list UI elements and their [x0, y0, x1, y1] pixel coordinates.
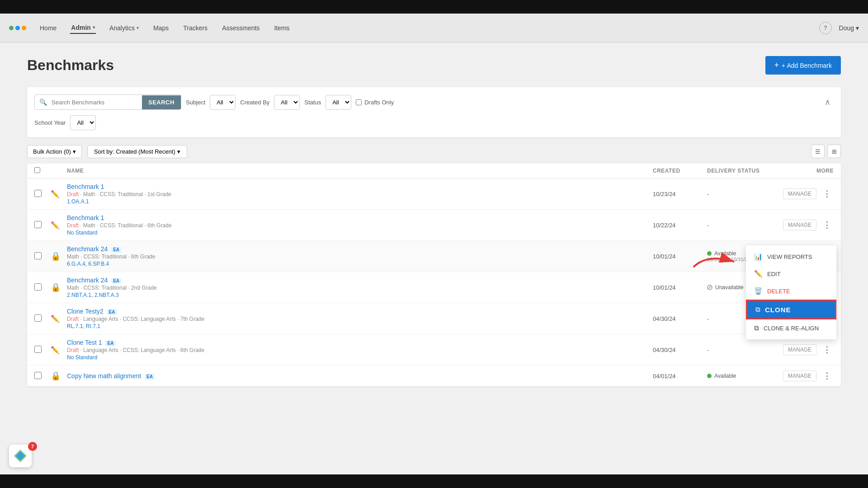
- row-checkbox[interactable]: [34, 372, 42, 379]
- row-checkbox[interactable]: [34, 252, 42, 259]
- logo-stack: 7: [9, 445, 34, 470]
- plus-icon: +: [774, 61, 779, 70]
- benchmark-link[interactable]: Benchmark 24: [67, 277, 108, 284]
- filter-collapse-button[interactable]: ∧: [821, 96, 834, 108]
- grid-view-button[interactable]: ⊞: [827, 145, 841, 158]
- row-checkbox[interactable]: [34, 221, 42, 228]
- table-row: ✏️ Benchmark 1 Draft · Math · CCSS: Trad…: [27, 210, 841, 241]
- more-menu-button[interactable]: ⋮: [820, 188, 834, 200]
- school-year-select[interactable]: All: [70, 115, 96, 130]
- nav-assessments[interactable]: Assessments: [221, 23, 260, 33]
- manage-button[interactable]: MANAGE: [783, 220, 816, 230]
- list-view-button[interactable]: ☰: [811, 145, 825, 158]
- clone-realign-item[interactable]: ⧉ CLONE & RE-ALIGN: [746, 319, 836, 337]
- bulk-action-button[interactable]: Bulk Action (0) ▾: [27, 145, 82, 158]
- page-title: Benchmarks: [27, 57, 114, 74]
- row-icon-lock: 🔒: [51, 282, 67, 292]
- top-bar: [0, 0, 868, 14]
- toolbar: Bulk Action (0) ▾ Sort by: Created (Most…: [27, 145, 841, 158]
- row-icon-edit: ✏️: [51, 221, 67, 230]
- benchmark-link[interactable]: Clone Testy2: [67, 308, 104, 315]
- search-button[interactable]: SEARCH: [142, 95, 181, 109]
- created-by-select[interactable]: All: [274, 95, 300, 110]
- row-created: 10/22/24: [653, 222, 707, 229]
- status-text-available: Available: [714, 373, 736, 379]
- delete-item[interactable]: 🗑️ DELETE: [746, 282, 836, 300]
- row-checkbox[interactable]: [34, 190, 42, 197]
- nav-items[interactable]: Items: [273, 23, 290, 33]
- row-created: 04/30/24: [653, 347, 707, 353]
- subject-select[interactable]: All: [210, 95, 236, 110]
- row-checkbox-wrap: [34, 283, 51, 292]
- view-toggle: ☰ ⊞: [811, 145, 841, 158]
- drafts-only-checkbox[interactable]: [356, 99, 362, 105]
- benchmark-link[interactable]: Benchmark 24: [67, 245, 108, 253]
- chart-icon: 📊: [754, 253, 763, 261]
- status-unavailable-icon: [707, 285, 712, 290]
- nav-admin[interactable]: Admin ▾: [70, 22, 96, 34]
- clone-realign-icon: ⧉: [754, 324, 759, 332]
- manage-button[interactable]: MANAGE: [783, 344, 816, 355]
- sort-button[interactable]: Sort by: Created (Most Recent) ▾: [87, 145, 187, 158]
- clone-item[interactable]: ⧉ CLONE: [746, 300, 836, 319]
- status-dot-available: [707, 374, 712, 378]
- nav-analytics[interactable]: Analytics ▾: [108, 23, 140, 33]
- benchmark-link[interactable]: Copy New math alignment: [67, 372, 141, 380]
- edit-item[interactable]: ✏️ EDIT: [746, 265, 836, 282]
- more-menu-button[interactable]: ⋮: [820, 344, 834, 356]
- row-standard: 2.NBT.A.1, 2.NBT.A.3: [67, 292, 653, 298]
- nav-home[interactable]: Home: [39, 23, 57, 33]
- ea-badge: EA: [145, 374, 155, 380]
- row-name-col: Benchmark 1 Draft · Math · CCSS: Traditi…: [67, 183, 653, 205]
- more-menu-button[interactable]: ⋮: [820, 219, 834, 231]
- row-checkbox[interactable]: [34, 346, 42, 353]
- add-benchmark-button[interactable]: + + Add Benchmark: [765, 56, 841, 75]
- row-icon-edit: ✏️: [51, 314, 67, 323]
- logo-notification-badge: 7: [28, 442, 37, 451]
- row-meta: Draft · Math · CCSS: Traditional · 6th G…: [67, 222, 653, 229]
- view-reports-item[interactable]: 📊 VIEW REPORTS: [746, 248, 836, 265]
- ea-badge: EA: [111, 247, 121, 253]
- drafts-only-checkbox-label[interactable]: Drafts Only: [356, 99, 394, 106]
- table-row: ✏️ Clone Test 1 EA Draft · Language Arts…: [27, 334, 841, 366]
- row-actions: MANAGE ⋮: [797, 344, 834, 356]
- col-created: CREATED: [653, 168, 707, 174]
- nav-maps[interactable]: Maps: [152, 23, 170, 33]
- header-checkbox-col: [34, 167, 51, 174]
- benchmarks-table: NAME CREATED DELIVERY STATUS MORE ✏️ Ben…: [27, 164, 841, 386]
- manage-button[interactable]: MANAGE: [783, 371, 816, 381]
- search-input[interactable]: [52, 95, 142, 109]
- ea-badge: EA: [111, 278, 121, 284]
- ea-badge: EA: [107, 309, 117, 315]
- row-meta: Math · CCSS: Traditional · 2nd Grade: [67, 285, 653, 291]
- benchmark-link[interactable]: Benchmark 1: [67, 214, 104, 221]
- row-checkbox[interactable]: [34, 283, 42, 291]
- status-select[interactable]: All: [326, 95, 351, 110]
- row-icon-lock: 🔒: [51, 371, 67, 381]
- benchmark-link[interactable]: Clone Test 1: [67, 339, 102, 346]
- filter-bar: 🔍 SEARCH Subject All Created By All Stat…: [27, 87, 841, 137]
- user-menu[interactable]: Doug ▾: [839, 24, 859, 32]
- logo-dot-1: [9, 26, 14, 30]
- nav-trackers[interactable]: Trackers: [182, 23, 208, 33]
- select-all-checkbox[interactable]: [34, 167, 40, 173]
- table-row: 🔒 Benchmark 24 EA Math · CCSS: Tradition…: [27, 272, 841, 303]
- analytics-arrow: ▾: [137, 25, 139, 30]
- col-name: NAME: [67, 168, 653, 174]
- row-checkbox[interactable]: [34, 314, 42, 322]
- row-actions: MANAGE ⋮: [797, 219, 834, 231]
- col-delivery-status: DELIVERY STATUS: [707, 168, 797, 174]
- row-name-col: Benchmark 24 EA Math · CCSS: Traditional…: [67, 277, 653, 298]
- row-checkbox-wrap: [34, 372, 51, 380]
- row-meta: Math · CCSS: Traditional · 6th Grade: [67, 253, 653, 260]
- page-header: Benchmarks + + Add Benchmark: [27, 56, 841, 75]
- row-standard: 1.OA.A.1: [67, 198, 653, 205]
- help-button[interactable]: ?: [819, 22, 832, 34]
- row-meta: Draft · Language Arts · CCSS: Language A…: [67, 316, 653, 322]
- row-name-col: Benchmark 24 EA Math · CCSS: Traditional…: [67, 245, 653, 267]
- manage-button[interactable]: MANAGE: [783, 188, 816, 199]
- more-menu-button[interactable]: ⋮: [820, 370, 834, 382]
- benchmark-link[interactable]: Benchmark 1: [67, 183, 104, 190]
- row-name-col: Clone Testy2 EA Draft · Language Arts · …: [67, 308, 653, 329]
- bottom-logo[interactable]: 7: [9, 445, 34, 470]
